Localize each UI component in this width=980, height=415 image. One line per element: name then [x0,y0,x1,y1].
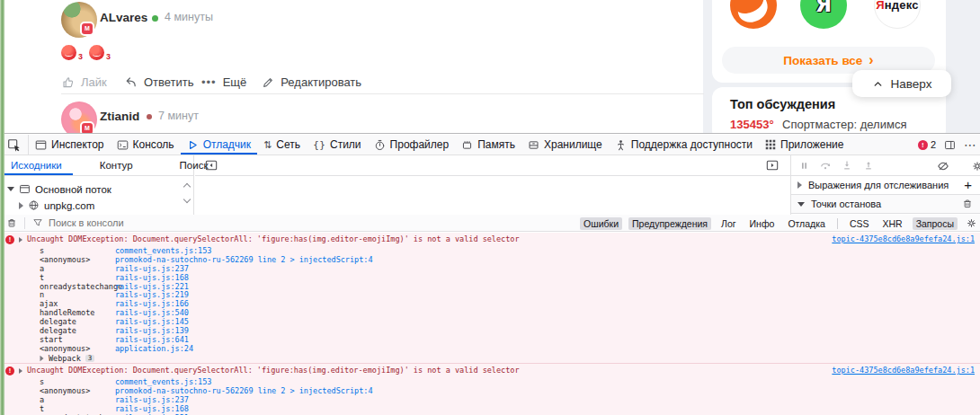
remove-breakpoints-trash-icon[interactable] [962,199,973,209]
comment-author[interactable]: ALvares [100,11,147,24]
stack-function: delegate [40,317,115,326]
stack-location-link[interactable]: rails-ujs.js:641 [115,335,189,344]
breakpoints-header[interactable]: Точки останова [791,195,980,214]
filter-css[interactable]: CSS [846,217,873,230]
stack-location-link[interactable]: application.js:24 [115,344,193,353]
discussion-topic-link[interactable]: Спортмастер: делимся бонусами [782,118,946,133]
tab-debugger[interactable]: Отладчик [181,135,257,155]
console-search-input[interactable] [49,217,246,228]
tab-inspector[interactable]: Инспектор [29,135,111,155]
stack-location-link[interactable]: rails-ujs.js:168 [115,404,189,413]
filter-debug[interactable]: Отладка [784,217,829,230]
stack-location-link[interactable]: comment_events.js:153 [115,246,211,255]
webpack-group-row[interactable]: Webpack 3 [40,354,980,363]
tab-label: Консоль [133,138,174,151]
filter-xhr[interactable]: XHR [878,217,905,230]
expand-panes-icon[interactable] [766,159,779,172]
stack-function: start [40,335,115,344]
scroll-down-arrow[interactable] [183,197,191,205]
stack-location-link[interactable]: comment_events.js:153 [115,377,211,386]
tab-outline[interactable]: Контур [89,155,144,175]
scroll-up-arrow[interactable] [183,182,191,190]
yandex-logo-first-letter: Я [876,0,885,12]
tab-profiler[interactable]: Профайлер [368,135,456,155]
error-message-row: ! Uncaught DOMException: Document.queryS… [0,364,980,375]
pause-button[interactable] [798,160,810,172]
tab-accessibility[interactable]: Поддержка доступности [609,135,759,155]
step-over-button[interactable] [819,159,832,172]
error-count-badge[interactable]: ! 2 [918,139,936,150]
split-view-icon[interactable] [944,139,956,151]
tab-sources[interactable]: Исходники [0,155,73,175]
stack-location-link[interactable]: rails-ujs.js:145 [115,317,189,326]
inspector-icon [35,139,47,151]
error-icon: ! [5,235,14,244]
stack-location-link[interactable]: promokod-na-sutochno-ru-562269 line 2 > … [115,255,373,264]
step-in-button[interactable] [841,159,853,172]
stack-location-link[interactable]: rails-ujs.js:221 [115,282,189,291]
error-source-link[interactable]: topic-4375e8cd6e8a9efefa24.js:1 [832,234,975,243]
filter-errors[interactable]: Ошибки [580,217,622,230]
stack-location-link[interactable]: rails-ujs.js:237 [115,264,189,273]
filter-info[interactable]: Инфо [746,217,779,230]
stack-location-link[interactable]: rails-ujs.js:219 [115,290,189,299]
stack-function: s [40,377,115,386]
yandex-logo[interactable]: Яндекс [874,0,921,29]
console-settings-gear-icon[interactable] [966,217,977,229]
reply-button[interactable]: Ответить [124,75,189,89]
stack-location-link[interactable]: promokod-na-sutochno-ru-562269 line 2 > … [115,386,373,395]
filter-logs[interactable]: Лог [717,217,740,230]
tab-styles[interactable]: {} Стили [307,135,368,155]
expand-error-arrow[interactable] [19,237,22,243]
store-logo-fox[interactable] [730,0,777,29]
meatball-menu-icon[interactable]: ⋯ [964,137,976,152]
collapse-sources-icon[interactable] [205,159,218,172]
add-watch-button[interactable]: + [964,177,972,192]
tab-console[interactable]: Консоль [111,135,181,155]
clear-console-trash-icon[interactable] [6,217,17,229]
stack-location-link[interactable]: rails-ujs.js:540 [115,308,189,317]
stack-frame: <anonymous> promokod-na-sutochno-ru-5622… [40,386,980,395]
debugger-icon [187,139,199,151]
devil-emoji-icon[interactable]: з [89,45,111,61]
comment-author[interactable]: Ztianid [100,110,139,123]
tab-network[interactable]: ⇅ Сеть [257,135,307,155]
filter-requests[interactable]: Запросы [913,217,958,230]
filter-warnings[interactable]: Предупреждения [628,217,711,230]
stack-trace: s comment_events.js:153 <anonymous> prom… [0,246,980,353]
deactivate-breakpoints-icon[interactable] [937,160,949,172]
toolbar-separator [24,217,25,229]
tab-application[interactable]: Приложение [759,135,850,155]
more-button[interactable]: ••• Ещё [201,75,246,89]
editor-toolbar [195,155,790,176]
tree-item-unpkg[interactable]: unpkg.com [19,199,94,211]
twisty-collapsed-icon[interactable] [19,202,23,209]
stack-location-link[interactable]: rails-ujs.js:168 [115,273,189,282]
page-edge-strip [0,0,4,415]
stack-location-link[interactable]: rails-ujs.js:166 [115,299,189,308]
watch-expressions-header[interactable]: Выражения для отслеживания + [791,176,980,195]
edit-button[interactable]: Редактировать [262,75,361,89]
stack-location-link[interactable]: rails-ujs.js:139 [115,326,189,335]
settings-partial-icon[interactable] [971,160,980,172]
tab-memory[interactable]: Память [455,135,521,155]
error-source-link[interactable]: topic-4375e8cd6e8a9efefa24.js:1 [832,366,975,375]
expand-error-arrow[interactable] [19,368,22,374]
stack-frame: delegate rails-ujs.js:145 [40,317,980,326]
comments-section: M ALvares 4 минуты з з Лайк [4,0,703,133]
tab-storage[interactable]: Хранилище [521,135,609,155]
like-button[interactable]: Лайк [61,75,124,89]
back-to-top-button[interactable]: Наверх [852,70,951,97]
stack-frame: t rails-ujs.js:168 [40,404,980,413]
devil-emoji-icon[interactable]: з [61,45,83,61]
tab-label: Стили [330,138,361,151]
presence-dot-icon [147,114,152,119]
store-logo-green[interactable]: Я [800,0,847,29]
debugger-right-pane: Выражения для отслеживания + Точки остан… [790,155,980,215]
comment-time: 7 минут [158,110,199,122]
twisty-expanded-icon[interactable] [7,187,14,191]
tree-item-main-thread[interactable]: Основной поток [7,183,111,195]
stack-function: a [40,264,115,273]
stack-location-link[interactable]: rails-ujs.js:237 [115,395,189,404]
step-out-button[interactable] [862,159,875,172]
